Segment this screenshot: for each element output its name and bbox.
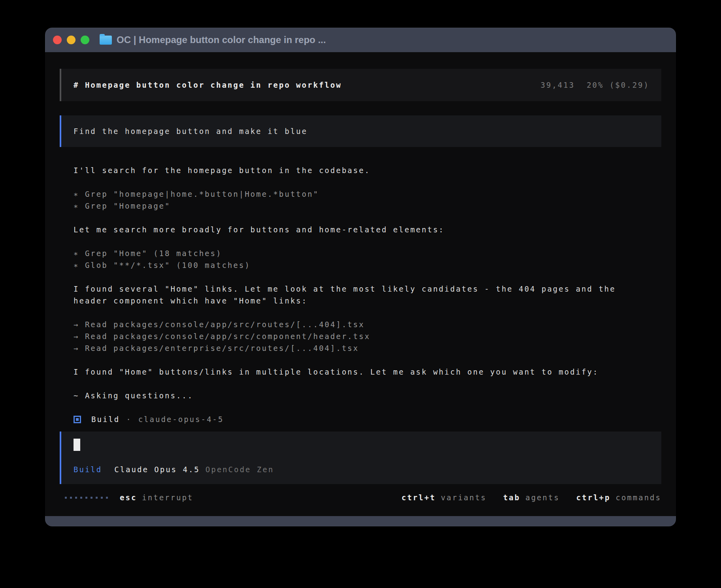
assistant-line: Let me search more broadly for buttons a…: [74, 224, 661, 236]
ctrl-t-key: ctrl+t: [402, 493, 436, 502]
tool-call-read: → Read packages/console/app/src/componen…: [74, 330, 661, 342]
ctrl-p-key: ctrl+p: [576, 493, 611, 502]
variants-label: variants: [441, 493, 487, 502]
tool-call-glob: ∗ Glob "**/*.tsx" (100 matches): [74, 259, 661, 271]
zoom-button[interactable]: [81, 36, 89, 44]
agent-model: claude-opus-4-5: [138, 415, 224, 424]
titlebar: OC | Homepage button color change in rep…: [45, 28, 676, 52]
text-cursor: [74, 439, 80, 451]
window-controls: [53, 36, 89, 44]
blank-line: [74, 271, 661, 283]
minimize-button[interactable]: [67, 36, 75, 44]
separator-dot: ·: [126, 415, 132, 424]
blank-line: [74, 176, 661, 188]
agent-build-icon: [74, 416, 81, 423]
prompt-input[interactable]: Build Claude Opus 4.5 OpenCode Zen: [60, 432, 661, 484]
context-cost: 20% ($0.29): [587, 81, 649, 89]
tool-call-grep: ∗ Grep "Homepage": [74, 200, 661, 212]
assistant-line: I'll search for the homepage button in t…: [74, 164, 661, 176]
assistant-response: I'll search for the homepage button in t…: [60, 164, 661, 425]
session-stats: 39,413 20% ($0.29): [541, 81, 649, 89]
blank-line: [74, 212, 661, 224]
user-message-text: Find the homepage button and make it blu…: [74, 127, 308, 136]
assistant-line: header component which have "Home" links…: [74, 295, 661, 307]
blank-line: [74, 307, 661, 318]
input-agent-label[interactable]: Build: [74, 464, 102, 475]
agents-label: agents: [525, 493, 560, 502]
agents-hint: tab agents: [503, 493, 560, 502]
esc-key: esc: [120, 493, 137, 502]
token-count: 39,413: [541, 81, 575, 89]
close-button[interactable]: [53, 36, 62, 44]
spinner-dots-icon: [65, 497, 108, 499]
status-left: esc interrupt: [60, 493, 193, 502]
blank-line: [74, 354, 661, 366]
assistant-line: I found several "Home" links. Let me loo…: [74, 283, 661, 295]
assistant-status-line: ~ Asking questions...: [74, 390, 661, 401]
terminal-content: # Homepage button color change in repo w…: [45, 52, 676, 516]
folder-icon: [100, 36, 112, 45]
input-model-label[interactable]: Claude Opus 4.5: [114, 464, 200, 475]
status-bar: esc interrupt ctrl+t variants tab agents…: [60, 490, 661, 505]
tool-call-read: → Read packages/enterprise/src/routes/[.…: [74, 342, 661, 354]
tool-call-grep: ∗ Grep "homepage|home.*button|Home.*butt…: [74, 188, 661, 200]
window-title: OC | Homepage button color change in rep…: [117, 34, 326, 45]
tool-call-read: → Read packages/console/app/src/routes/[…: [74, 318, 661, 330]
assistant-line: I found "Home" buttons/links in multiple…: [74, 366, 661, 378]
session-title: # Homepage button color change in repo w…: [74, 81, 342, 89]
blank-line: [74, 236, 661, 247]
tab-key: tab: [503, 493, 520, 502]
status-right: ctrl+t variants tab agents ctrl+p comman…: [402, 493, 661, 502]
user-message: Find the homepage button and make it blu…: [60, 115, 661, 147]
session-header: # Homepage button color change in repo w…: [60, 69, 661, 101]
terminal-window: OC | Homepage button color change in rep…: [45, 28, 676, 526]
commands-label: commands: [615, 493, 661, 502]
agent-name: Build: [91, 415, 120, 424]
input-meta: Build Claude Opus 4.5 OpenCode Zen: [74, 464, 649, 475]
blank-line: [74, 378, 661, 390]
esc-label: interrupt: [142, 493, 193, 502]
commands-hint: ctrl+p commands: [576, 493, 661, 502]
tool-call-grep: ∗ Grep "Home" (18 matches): [74, 247, 661, 259]
esc-interrupt-hint: esc interrupt: [120, 493, 193, 502]
agent-status-row: Build · claude-opus-4-5: [74, 413, 661, 425]
input-provider-label: OpenCode Zen: [206, 464, 274, 475]
variants-hint: ctrl+t variants: [402, 493, 487, 502]
